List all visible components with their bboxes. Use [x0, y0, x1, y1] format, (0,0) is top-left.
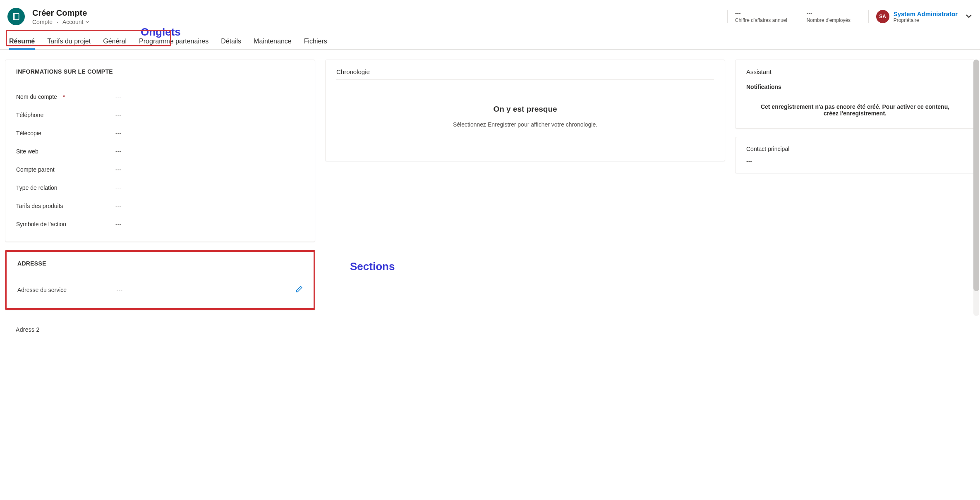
- column-left: INFORMATIONS SUR LE COMPTE Nom du compte…: [5, 60, 315, 490]
- required-indicator: *: [63, 93, 65, 100]
- field-telephone[interactable]: Téléphone ---: [16, 106, 304, 124]
- breadcrumb-separator: ·: [57, 19, 58, 25]
- card-adresse: ADRESSE Adresse du service ---: [5, 250, 315, 310]
- column-middle: Chronologie On y est presque Sélectionne…: [325, 60, 725, 490]
- column-right: Assistant Notifications Cet enregistreme…: [735, 60, 975, 490]
- timeline-message: Sélectionnez Enregistrer pour afficher v…: [453, 121, 597, 128]
- svg-rect-0: [13, 14, 19, 20]
- card-assistant: Assistant Notifications Cet enregistreme…: [735, 60, 975, 129]
- section-title-adresse: ADRESSE: [17, 260, 303, 272]
- stat-revenue[interactable]: --- Chiffre d'affaires annuel: [727, 10, 787, 23]
- tab-programme-partenaires[interactable]: Programme partenaires: [139, 38, 208, 49]
- field-tarifs-produits[interactable]: Tarifs des produits ---: [16, 197, 304, 215]
- section-title-account-info: INFORMATIONS SUR LE COMPTE: [16, 68, 304, 80]
- assistant-sub: Notifications: [746, 84, 964, 90]
- stat-employees[interactable]: --- Nombre d'employés: [799, 10, 857, 23]
- contact-label: Contact principal: [746, 146, 964, 152]
- breadcrumb: Compte · Account: [32, 19, 89, 25]
- tab-maintenance[interactable]: Maintenance: [254, 38, 292, 49]
- expand-header-button[interactable]: [965, 12, 973, 21]
- owner-block[interactable]: SA System Administrator Propriétaire: [868, 10, 973, 23]
- contact-value[interactable]: ---: [746, 158, 964, 165]
- card-timeline: Chronologie On y est presque Sélectionne…: [325, 60, 725, 161]
- scrollbar-thumb[interactable]: [973, 60, 979, 291]
- tab-tarifs-projet[interactable]: Tarifs du projet: [47, 38, 91, 49]
- page-title: Créer Compte: [32, 8, 89, 18]
- edit-icon[interactable]: [295, 285, 303, 294]
- tab-details[interactable]: Détails: [221, 38, 241, 49]
- card-account-info: INFORMATIONS SUR LE COMPTE Nom du compte…: [5, 60, 315, 242]
- timeline-title: Chronologie: [336, 68, 714, 80]
- header-stats: --- Chiffre d'affaires annuel --- Nombre…: [727, 10, 973, 23]
- breadcrumb-entity[interactable]: Compte: [32, 19, 53, 25]
- field-compte-parent[interactable]: Compte parent ---: [16, 160, 304, 179]
- field-telecopie[interactable]: Télécopie ---: [16, 124, 304, 142]
- breadcrumb-record[interactable]: Account: [62, 19, 89, 25]
- card-adresse-2: Adress 2: [5, 318, 315, 346]
- assistant-message: Cet enregistrement n'a pas encore été cr…: [746, 100, 964, 120]
- avatar: SA: [876, 10, 889, 23]
- page-header: Créer Compte Compte · Account --- Chiffr…: [0, 0, 980, 30]
- tabs-container: Résumé Tarifs du projet Général Programm…: [0, 30, 980, 50]
- section-title-adresse-2: Adress 2: [16, 326, 304, 338]
- annotation-sections: Sections: [350, 260, 395, 273]
- field-nom-compte[interactable]: Nom du compte * ---: [16, 88, 304, 106]
- field-type-relation[interactable]: Type de relation ---: [16, 179, 304, 197]
- entity-icon: [7, 8, 25, 25]
- assistant-title: Assistant: [746, 68, 964, 75]
- card-contact-principal: Contact principal ---: [735, 137, 975, 173]
- tabs-bar: Résumé Tarifs du projet Général Programm…: [0, 30, 980, 50]
- field-adresse-service[interactable]: Adresse du service ---: [17, 280, 303, 300]
- timeline-heading: On y est presque: [493, 105, 557, 114]
- field-symbole-action[interactable]: Symbole de l'action ---: [16, 215, 304, 233]
- owner-label: Propriétaire: [894, 17, 958, 23]
- chevron-down-icon: [85, 20, 89, 24]
- owner-name: System Administrator: [894, 10, 958, 17]
- tab-resume[interactable]: Résumé: [9, 38, 35, 49]
- main-content: INFORMATIONS SUR LE COMPTE Nom du compte…: [0, 50, 980, 500]
- field-site-web[interactable]: Site web ---: [16, 142, 304, 160]
- tab-fichiers[interactable]: Fichiers: [304, 38, 327, 49]
- scrollbar[interactable]: [973, 60, 979, 316]
- tab-general[interactable]: Général: [103, 38, 127, 49]
